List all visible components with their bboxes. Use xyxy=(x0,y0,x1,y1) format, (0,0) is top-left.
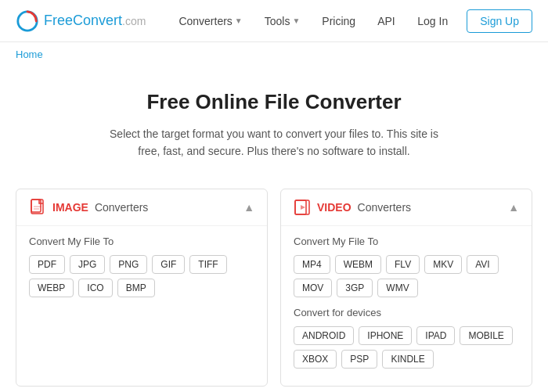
video-keyword: VIDEO xyxy=(317,201,352,214)
video-card-title: VIDEO Converters xyxy=(294,199,411,216)
device-xbox[interactable]: XBOX xyxy=(294,350,337,369)
logo[interactable]: FreeConvert.com xyxy=(16,9,146,33)
login-button[interactable]: Log In xyxy=(406,10,459,32)
image-format-grid: PDF JPG PNG GIF TIFF WEBP ICO BMP xyxy=(29,255,254,297)
device-kindle[interactable]: KINDLE xyxy=(382,350,433,369)
format-webm[interactable]: WEBM xyxy=(335,255,381,274)
format-bmp[interactable]: BMP xyxy=(117,279,155,297)
video-card-collapse-button[interactable]: ▲ xyxy=(508,201,519,214)
nav-pricing[interactable]: Pricing xyxy=(312,9,365,34)
format-png[interactable]: PNG xyxy=(110,255,147,274)
tools-chevron-icon: ▼ xyxy=(292,16,300,25)
nav-converters[interactable]: Converters ▼ xyxy=(169,9,251,34)
image-rest: Converters xyxy=(95,201,148,214)
image-section-label: Convert My File To xyxy=(29,236,254,247)
image-card-body: Convert My File To PDF JPG PNG GIF TIFF … xyxy=(16,226,267,315)
image-card-header: IMAGE Converters ▲ xyxy=(16,189,267,226)
format-webp[interactable]: WEBP xyxy=(29,279,74,297)
hero-subtitle: Select the target format you want to con… xyxy=(102,125,446,160)
format-avi[interactable]: AVI xyxy=(467,255,498,274)
image-keyword: IMAGE xyxy=(52,201,88,214)
image-file-icon xyxy=(29,199,46,216)
format-pdf[interactable]: PDF xyxy=(29,255,65,274)
nav-links: Converters ▼ Tools ▼ Pricing API xyxy=(169,9,406,34)
device-psp[interactable]: PSP xyxy=(341,350,377,369)
format-tiff[interactable]: TIFF xyxy=(189,255,226,274)
navbar: FreeConvert.com Converters ▼ Tools ▼ Pri… xyxy=(0,0,548,42)
hero-section: Free Online File Converter Select the ta… xyxy=(0,67,548,176)
signup-button[interactable]: Sign Up xyxy=(467,9,532,33)
logo-text: FreeConvert.com xyxy=(44,13,146,29)
breadcrumb: Home xyxy=(0,42,548,67)
video-devices-grid: ANDROID IPHONE IPAD MOBILE XBOX PSP KIND… xyxy=(294,326,519,369)
format-mp4[interactable]: MP4 xyxy=(294,255,330,274)
device-iphone[interactable]: IPHONE xyxy=(359,326,412,345)
video-card-body: Convert My File To MP4 WEBM FLV MKV AVI … xyxy=(281,226,532,386)
image-card-title: IMAGE Converters xyxy=(29,199,148,216)
format-3gp[interactable]: 3GP xyxy=(337,279,373,297)
format-flv[interactable]: FLV xyxy=(386,255,420,274)
format-ico[interactable]: ICO xyxy=(78,279,112,297)
format-wmv[interactable]: WMV xyxy=(377,279,417,297)
video-converter-card: VIDEO Converters ▲ Convert My File To MP… xyxy=(280,189,532,387)
device-android[interactable]: ANDROID xyxy=(294,326,354,345)
video-format-grid: MP4 WEBM FLV MKV AVI MOV 3GP WMV xyxy=(294,255,519,297)
svg-marker-7 xyxy=(301,205,305,210)
format-mkv[interactable]: MKV xyxy=(424,255,462,274)
video-rest: Converters xyxy=(358,201,411,214)
format-jpg[interactable]: JPG xyxy=(70,255,105,274)
image-converter-card: IMAGE Converters ▲ Convert My File To PD… xyxy=(16,189,268,387)
nav-tools[interactable]: Tools ▼ xyxy=(255,9,310,34)
breadcrumb-home-link[interactable]: Home xyxy=(16,49,43,60)
logo-icon xyxy=(16,9,39,33)
devices-label: Convert for devices xyxy=(294,307,519,318)
nav-api[interactable]: API xyxy=(368,9,405,34)
converter-grid: IMAGE Converters ▲ Convert My File To PD… xyxy=(0,176,548,392)
video-section-label: Convert My File To xyxy=(294,236,519,247)
video-card-header: VIDEO Converters ▲ xyxy=(281,189,532,226)
nav-actions: Log In Sign Up xyxy=(406,9,532,33)
image-card-collapse-button[interactable]: ▲ xyxy=(243,201,254,214)
device-mobile[interactable]: MOBILE xyxy=(460,326,512,345)
format-mov[interactable]: MOV xyxy=(294,279,332,297)
video-file-icon xyxy=(294,199,311,216)
device-ipad[interactable]: IPAD xyxy=(416,326,455,345)
format-gif[interactable]: GIF xyxy=(152,255,185,274)
converters-chevron-icon: ▼ xyxy=(235,16,243,25)
page-title: Free Online File Converter xyxy=(16,90,532,114)
